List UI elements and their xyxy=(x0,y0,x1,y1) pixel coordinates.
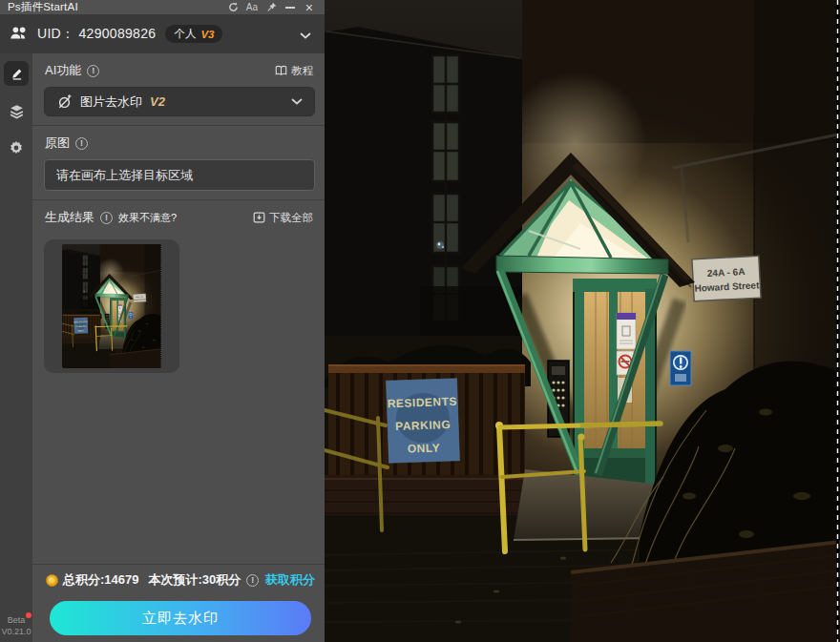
pin-icon[interactable] xyxy=(262,1,281,14)
download-all-button[interactable]: 下载全部 xyxy=(253,211,313,225)
info-icon[interactable] xyxy=(87,65,99,77)
text-size-button[interactable]: Aa xyxy=(242,1,262,14)
svg-text:RESIDENTS: RESIDENTS xyxy=(388,395,458,411)
close-button[interactable]: × xyxy=(300,1,319,14)
layers-tool-button[interactable] xyxy=(4,98,29,123)
function-select[interactable]: 图片去水印 V2 xyxy=(44,87,315,116)
plan-name: 个人 xyxy=(174,27,196,41)
uid-value: UID： 4290089826 xyxy=(37,26,156,43)
remove-watermark-button[interactable]: 立即去水印 xyxy=(50,601,311,635)
titlebar: Ps插件StartAI Aa × xyxy=(0,0,325,14)
beta-label: Beta xyxy=(8,614,26,626)
selected-function: 图片去水印 xyxy=(80,93,142,111)
window-title: Ps插件StartAI xyxy=(8,0,223,14)
chevron-down-icon[interactable] xyxy=(300,27,311,42)
minimize-button[interactable] xyxy=(281,1,300,14)
ai-function-label: AI功能 xyxy=(45,62,81,79)
info-icon[interactable] xyxy=(100,212,113,224)
edit-tool-button[interactable] xyxy=(4,61,29,86)
svg-text:PARKING: PARKING xyxy=(75,325,86,327)
results-label: 生成结果 xyxy=(45,209,94,226)
settings-gear-button[interactable] xyxy=(4,135,29,160)
startai-plugin-panel: Ps插件StartAI Aa × UID： 4290089826 xyxy=(0,0,325,642)
chevron-down-icon xyxy=(291,98,303,105)
result-thumbnail[interactable]: 24A - 6A Howard Street xyxy=(44,239,179,373)
address-sign: 24A - 6A Howard Street xyxy=(133,294,146,302)
beta-dot xyxy=(26,612,32,618)
svg-text:24A - 6A: 24A - 6A xyxy=(707,266,746,279)
version-info: Beta V0.21.0 xyxy=(0,614,32,637)
plan-badge: 个人 V3 xyxy=(165,25,222,43)
coin-icon xyxy=(46,574,58,587)
version-number: V0.21.0 xyxy=(1,627,31,636)
svg-text:ONLY: ONLY xyxy=(78,329,85,331)
residents-parking-sign: RESIDENTS PARKING ONLY xyxy=(74,318,88,334)
night-doorway-photo: 24A - 6A Howard Street xyxy=(62,244,161,368)
book-icon xyxy=(275,65,287,76)
get-credits-link[interactable]: 获取积分 xyxy=(265,571,315,589)
target-area-placeholder: 请在画布上选择目标区域 xyxy=(56,167,193,184)
estimate-credits: 本次预计:30积分 xyxy=(148,571,241,589)
night-doorway-photo: 24A - 6A Howard Street xyxy=(325,0,840,642)
function-version: V2 xyxy=(150,94,165,109)
refresh-icon[interactable] xyxy=(223,1,242,14)
residents-parking-sign: RESIDENTS PARKING ONLY xyxy=(387,379,460,464)
svg-text:ONLY: ONLY xyxy=(408,441,441,455)
tower-building xyxy=(325,27,522,336)
dissatisfied-link[interactable]: 效果不满意? xyxy=(118,211,177,225)
tool-dock: Beta V0.21.0 xyxy=(0,53,32,642)
download-icon xyxy=(253,212,265,223)
address-sign: 24A - 6A Howard Street xyxy=(692,256,761,301)
plan-version: V3 xyxy=(200,29,214,40)
users-icon xyxy=(10,26,29,43)
info-icon[interactable] xyxy=(246,574,259,587)
target-area-field[interactable]: 请在画布上选择目标区域 xyxy=(44,159,315,191)
total-credits: 总积分:14679 xyxy=(63,571,138,589)
source-image-label: 原图 xyxy=(45,135,70,152)
credits-bar: 总积分:14679 本次预计:30积分 获取积分 xyxy=(32,564,325,593)
watermark-remove-icon xyxy=(56,93,73,110)
canvas-photo[interactable]: 24A - 6A Howard Street xyxy=(325,0,840,642)
account-row[interactable]: UID： 4290089826 个人 V3 xyxy=(0,14,325,53)
info-icon[interactable] xyxy=(75,137,88,150)
tutorial-button[interactable]: 教程 xyxy=(275,64,313,78)
tower-building xyxy=(62,249,100,309)
blue-sign xyxy=(129,312,133,319)
app-root: Ps插件StartAI Aa × UID： 4290089826 xyxy=(0,0,840,642)
blue-sign xyxy=(670,351,691,385)
svg-text:PARKING: PARKING xyxy=(395,418,451,433)
